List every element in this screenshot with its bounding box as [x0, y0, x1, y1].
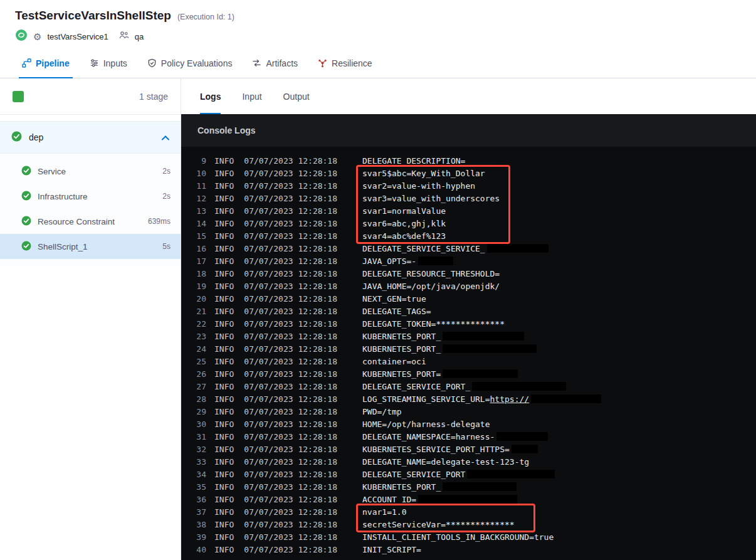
log-line-number: 19 — [190, 282, 206, 291]
log-level: INFO — [214, 545, 234, 554]
log-line-number: 9 — [190, 156, 206, 166]
log-message: HOME=/opt/harness-delegate — [362, 420, 490, 429]
log-line-number: 28 — [190, 394, 206, 404]
log-line-number: 30 — [190, 420, 206, 429]
redacted-text — [418, 495, 517, 504]
log-line-number: 15 — [190, 231, 206, 241]
stage-item-dep[interactable]: dep — [0, 121, 181, 154]
step-item-service[interactable]: Service2s — [0, 159, 181, 184]
log-row: 26INFO07/07/2023 12:28:18KUBERNETES_PORT… — [181, 367, 756, 380]
log-message: secretServiceVar=************** — [362, 520, 515, 529]
log-line-number: 29 — [190, 407, 206, 416]
log-row: 23INFO07/07/2023 12:28:18KUBERNETES_PORT… — [181, 330, 756, 342]
redacted-text — [443, 482, 517, 491]
log-message: KUBERNETES_PORT= — [362, 369, 441, 379]
log-line-number: 18 — [190, 269, 206, 278]
log-level: INFO — [214, 206, 234, 216]
log-level: INFO — [214, 282, 234, 291]
log-tab-logs[interactable]: Logs — [200, 78, 221, 114]
log-level: INFO — [214, 507, 234, 517]
artifacts-icon — [252, 58, 261, 68]
log-line-number: 21 — [190, 307, 206, 316]
step-item-resource-constraint[interactable]: Resource Constraint639ms — [0, 209, 181, 234]
log-level: INFO — [214, 194, 234, 203]
log-message: DELEGATE_NAME=delegate-test-123-tg — [362, 457, 529, 467]
log-message: NEXT_GEN=true — [362, 294, 426, 304]
log-row: 19INFO07/07/2023 12:28:18JAVA_HOME=/opt/… — [181, 280, 756, 292]
tab-label: Pipeline — [36, 58, 70, 68]
console-log-area[interactable]: 9INFO07/07/2023 12:28:18DELEGATE_DESCRIP… — [181, 147, 756, 560]
log-line-number: 25 — [190, 357, 206, 366]
log-row: 9INFO07/07/2023 12:28:18DELEGATE_DESCRIP… — [181, 154, 756, 167]
log-row: 24INFO07/07/2023 12:28:18KUBERNETES_PORT… — [181, 342, 756, 355]
log-timestamp: 07/07/2023 12:28:18 — [244, 445, 337, 454]
log-timestamp: 07/07/2023 12:28:18 — [244, 420, 337, 429]
log-timestamp: 07/07/2023 12:28:18 — [244, 344, 337, 354]
log-line-number: 11 — [190, 181, 206, 191]
log-message: JAVA_OPTS=- — [362, 256, 416, 266]
log-row: 27INFO07/07/2023 12:28:18DELEGATE_SERVIC… — [181, 380, 756, 393]
step-name: Resource Constraint — [38, 217, 148, 226]
chevron-up-icon[interactable] — [162, 132, 169, 143]
log-line-number: 14 — [190, 219, 206, 228]
log-timestamp: 07/07/2023 12:28:18 — [244, 294, 337, 304]
tab-resilience[interactable]: Resilience — [310, 48, 381, 78]
log-timestamp: 07/07/2023 12:28:18 — [244, 282, 337, 291]
log-line-number: 38 — [190, 520, 206, 529]
log-level: INFO — [214, 294, 234, 304]
log-row: 21INFO07/07/2023 12:28:18DELEGATE_TAGS= — [181, 305, 756, 317]
log-line-number: 20 — [190, 294, 206, 304]
step-item-shellscript_1[interactable]: ShellScript_15s — [0, 234, 181, 259]
log-message: KUBERNETES_SERVICE_PORT_HTTPS= — [362, 445, 510, 454]
log-level: INFO — [214, 169, 234, 178]
log-message: INSTALL_CLIENT_TOOLS_IN_BACKGROUND=true — [362, 532, 554, 542]
log-level: INFO — [214, 394, 234, 404]
tab-policy-evaluations[interactable]: Policy Evaluations — [139, 48, 241, 78]
step-item-infrastructure[interactable]: Infrastructure2s — [0, 184, 181, 209]
log-timestamp: 07/07/2023 12:28:18 — [244, 194, 337, 203]
redacted-text — [472, 382, 566, 391]
tab-pipeline[interactable]: Pipeline — [14, 48, 78, 78]
log-message: svar3=value_with_underscores — [362, 194, 500, 203]
log-tab-input[interactable]: Input — [242, 78, 261, 114]
log-timestamp: 07/07/2023 12:28:18 — [244, 269, 337, 278]
log-line-number: 39 — [190, 532, 206, 542]
log-level: INFO — [214, 432, 234, 441]
log-level: INFO — [214, 495, 234, 504]
log-timestamp: 07/07/2023 12:28:18 — [244, 244, 337, 253]
log-tab-output[interactable]: Output — [283, 78, 310, 114]
log-line-number: 16 — [190, 244, 206, 253]
log-timestamp: 07/07/2023 12:28:18 — [244, 532, 337, 542]
execution-sidebar: 1 stage dep Service2sInfrastructure2sRes… — [0, 78, 181, 560]
log-level: INFO — [214, 319, 234, 329]
redacted-text — [443, 332, 524, 341]
log-level: INFO — [214, 231, 234, 241]
tab-label: Resilience — [332, 58, 372, 68]
tab-label: Artifacts — [266, 58, 298, 68]
log-row: 12INFO07/07/2023 12:28:18svar3=value_wit… — [181, 192, 756, 204]
pipeline-icon — [22, 58, 31, 68]
log-line-number: 22 — [190, 319, 206, 329]
log-message: JAVA_HOME=/opt/java/openjdk/ — [362, 282, 500, 291]
success-check-icon — [21, 166, 31, 177]
service-icon — [15, 29, 28, 44]
console-header: Console Logs — [181, 114, 756, 147]
log-message: INIT_SCRIPT= — [362, 545, 421, 554]
log-level: INFO — [214, 520, 234, 529]
log-line-number: 17 — [190, 256, 206, 266]
stage-summary: 1 stage — [0, 78, 181, 115]
log-message: KUBERNETES_PORT_ — [362, 332, 441, 341]
resilience-icon — [318, 58, 327, 68]
step-duration: 5s — [162, 242, 171, 251]
log-message: PWD=/tmp — [362, 407, 402, 416]
tab-artifacts[interactable]: Artifacts — [244, 48, 306, 78]
log-link[interactable]: https:// — [490, 394, 530, 404]
log-level: INFO — [214, 307, 234, 316]
log-level: INFO — [214, 369, 234, 379]
log-row: 16INFO07/07/2023 12:28:18DELEGATE_SERVIC… — [181, 242, 756, 255]
log-row: 10INFO07/07/2023 12:28:18svar5$abc=Key_W… — [181, 167, 756, 179]
log-message: svar6=abc,ghj,klk — [362, 219, 446, 228]
log-line-number: 10 — [190, 169, 206, 178]
tab-inputs[interactable]: Inputs — [81, 48, 135, 78]
log-timestamp: 07/07/2023 12:28:18 — [244, 307, 337, 316]
